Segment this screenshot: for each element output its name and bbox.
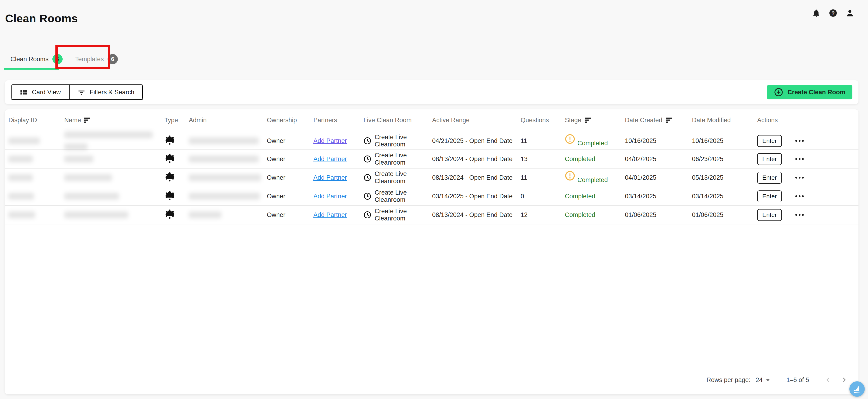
admin-cell bbox=[189, 155, 267, 162]
redacted-admin-email bbox=[189, 193, 260, 200]
type-cell bbox=[164, 153, 189, 165]
name-cell bbox=[64, 131, 164, 150]
admin-cell bbox=[189, 193, 267, 200]
redacted-display-id bbox=[8, 155, 33, 162]
name-cell bbox=[64, 155, 164, 162]
display-id-cell bbox=[8, 174, 64, 181]
add-partner-link[interactable]: Add Partner bbox=[313, 137, 347, 145]
sort-icon[interactable] bbox=[666, 117, 673, 123]
redacted-admin-email bbox=[189, 137, 259, 144]
add-partner-link[interactable]: Add Partner bbox=[313, 155, 347, 163]
col-actions: Actions bbox=[757, 117, 855, 124]
stage-cell: Completed bbox=[565, 211, 625, 219]
table-row: Owner Add Partner Create Live Cleanroom … bbox=[5, 131, 859, 150]
stage-badge: Completed bbox=[565, 193, 595, 200]
table-row: Owner Add Partner Create Live Cleanroom … bbox=[5, 206, 859, 224]
account-icon[interactable] bbox=[845, 8, 855, 18]
tab-clean-rooms[interactable]: Clean Rooms 5 bbox=[4, 50, 69, 68]
pagination: Rows per page: 24 1–5 of 5 bbox=[706, 375, 849, 385]
active-range-cell: 08/13/2024 - Open End Date bbox=[432, 174, 521, 181]
partners-cell: Add Partner bbox=[313, 193, 364, 200]
previous-page-button[interactable] bbox=[823, 375, 833, 385]
admin-cell bbox=[189, 137, 267, 144]
col-type: Type bbox=[164, 117, 189, 124]
col-ownership: Ownership bbox=[267, 117, 313, 124]
col-date-created[interactable]: Date Created bbox=[625, 117, 692, 124]
filters-search-button[interactable]: Filters & Search bbox=[69, 85, 143, 100]
help-icon[interactable]: ? bbox=[829, 8, 838, 18]
add-partner-link[interactable]: Add Partner bbox=[313, 211, 347, 219]
next-page-button[interactable] bbox=[839, 375, 849, 385]
redacted-display-id bbox=[8, 193, 34, 200]
chevron-left-icon bbox=[825, 376, 832, 383]
sort-icon[interactable] bbox=[585, 117, 592, 123]
notifications-bell-icon[interactable] bbox=[812, 8, 821, 18]
enter-button[interactable]: Enter bbox=[757, 135, 782, 147]
cloud-network-icon bbox=[164, 190, 175, 203]
admin-cell bbox=[189, 174, 267, 181]
dropdown-caret-icon bbox=[766, 379, 770, 381]
row-actions-menu-icon[interactable] bbox=[795, 177, 804, 179]
col-display-id: Display ID bbox=[8, 117, 64, 124]
stage-cell: Completed bbox=[565, 136, 625, 146]
rows-per-page-label: Rows per page: bbox=[706, 376, 750, 383]
clock-icon bbox=[364, 137, 371, 145]
enter-button[interactable]: Enter bbox=[757, 190, 782, 202]
row-actions-menu-icon[interactable] bbox=[795, 195, 804, 197]
card-view-button[interactable]: Card View bbox=[11, 85, 69, 100]
svg-text:?: ? bbox=[832, 10, 835, 16]
rows-per-page-select[interactable]: 24 bbox=[755, 376, 770, 383]
sailboat-icon bbox=[852, 384, 862, 394]
stage-badge: Completed bbox=[565, 211, 595, 219]
name-cell bbox=[64, 193, 164, 200]
live-clean-room-cell[interactable]: Create Live Cleanroom bbox=[364, 171, 432, 185]
redacted-display-id bbox=[8, 137, 40, 144]
redacted-name bbox=[64, 193, 119, 200]
tab-clean-rooms-count-badge: 5 bbox=[52, 54, 63, 64]
create-clean-room-button[interactable]: Create Clean Room bbox=[767, 85, 852, 99]
tab-templates[interactable]: Templates 6 bbox=[69, 50, 124, 68]
stage-badge: Completed bbox=[565, 155, 595, 163]
date-modified-cell: 06/23/2025 bbox=[692, 155, 757, 163]
enter-button[interactable]: Enter bbox=[757, 209, 782, 221]
date-modified-cell: 05/13/2025 bbox=[692, 174, 757, 181]
live-clean-room-cell[interactable]: Create Live Cleanroom bbox=[364, 208, 432, 222]
redacted-admin-email bbox=[189, 155, 259, 162]
date-modified-cell: 10/16/2025 bbox=[692, 137, 757, 145]
redacted-display-id bbox=[8, 211, 35, 218]
ownership-cell: Owner bbox=[267, 211, 313, 219]
live-clean-room-cell[interactable]: Create Live Cleanroom bbox=[364, 152, 432, 166]
tab-bar: Clean Rooms 5 Templates 6 bbox=[4, 50, 124, 68]
live-clean-room-cell[interactable]: Create Live Cleanroom bbox=[364, 189, 432, 204]
add-partner-link[interactable]: Add Partner bbox=[313, 174, 347, 181]
partners-cell: Add Partner bbox=[313, 137, 364, 145]
col-stage[interactable]: Stage bbox=[565, 117, 625, 124]
redacted-admin-email bbox=[189, 211, 221, 218]
redacted-name bbox=[64, 131, 153, 138]
row-actions-menu-icon[interactable] bbox=[795, 214, 804, 216]
actions-cell: Enter bbox=[757, 153, 855, 165]
header-icons: ? bbox=[812, 8, 855, 18]
questions-cell: 0 bbox=[521, 193, 565, 200]
enter-button[interactable]: Enter bbox=[757, 153, 782, 165]
tab-clean-rooms-label: Clean Rooms bbox=[10, 56, 49, 63]
add-partner-link[interactable]: Add Partner bbox=[313, 193, 347, 200]
actions-cell: Enter bbox=[757, 190, 855, 202]
enter-button[interactable]: Enter bbox=[757, 172, 782, 184]
sort-icon[interactable] bbox=[84, 117, 91, 123]
date-created-cell: 03/14/2025 bbox=[625, 193, 692, 200]
table-row: Owner Add Partner Create Live Cleanroom … bbox=[5, 168, 859, 187]
active-range-cell: 03/14/2025 - Open End Date bbox=[432, 193, 521, 200]
actions-cell: Enter bbox=[757, 135, 855, 147]
date-modified-cell: 03/14/2025 bbox=[692, 193, 757, 200]
live-clean-room-cell[interactable]: Create Live Cleanroom bbox=[364, 134, 432, 148]
partners-cell: Add Partner bbox=[313, 174, 364, 181]
date-created-cell: 10/16/2025 bbox=[625, 137, 692, 145]
ownership-cell: Owner bbox=[267, 137, 313, 145]
row-actions-menu-icon[interactable] bbox=[795, 158, 804, 160]
chat-widget-button[interactable] bbox=[849, 381, 865, 397]
col-date-modified: Date Modified bbox=[692, 117, 757, 124]
col-name[interactable]: Name bbox=[64, 117, 164, 124]
row-actions-menu-icon[interactable] bbox=[795, 140, 804, 142]
pagination-range: 1–5 of 5 bbox=[786, 376, 809, 383]
